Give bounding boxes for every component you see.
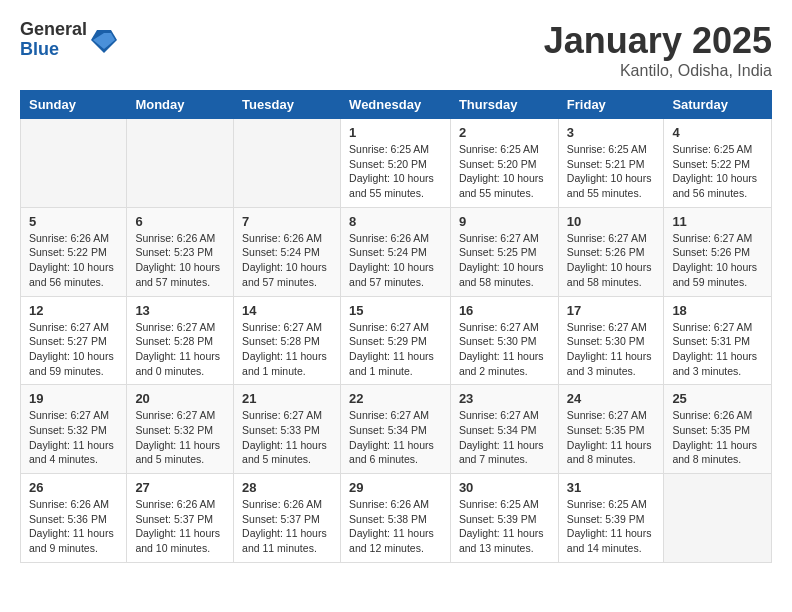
calendar-cell: 25Sunrise: 6:26 AMSunset: 5:35 PMDayligh… [664,385,772,474]
logo-text: General Blue [20,20,87,60]
calendar-week-3: 12Sunrise: 6:27 AMSunset: 5:27 PMDayligh… [21,296,772,385]
weekday-header-tuesday: Tuesday [234,91,341,119]
day-number: 23 [459,391,550,406]
day-info: Sunrise: 6:26 AMSunset: 5:24 PMDaylight:… [349,231,442,290]
day-info: Sunrise: 6:27 AMSunset: 5:26 PMDaylight:… [567,231,656,290]
day-info: Sunrise: 6:27 AMSunset: 5:28 PMDaylight:… [242,320,332,379]
day-number: 15 [349,303,442,318]
day-info: Sunrise: 6:26 AMSunset: 5:35 PMDaylight:… [672,408,763,467]
page-header: General Blue January 2025 Kantilo, Odish… [20,20,772,80]
day-info: Sunrise: 6:25 AMSunset: 5:20 PMDaylight:… [349,142,442,201]
calendar-cell: 21Sunrise: 6:27 AMSunset: 5:33 PMDayligh… [234,385,341,474]
day-number: 31 [567,480,656,495]
day-info: Sunrise: 6:27 AMSunset: 5:25 PMDaylight:… [459,231,550,290]
calendar-cell: 12Sunrise: 6:27 AMSunset: 5:27 PMDayligh… [21,296,127,385]
day-number: 7 [242,214,332,229]
calendar-cell: 15Sunrise: 6:27 AMSunset: 5:29 PMDayligh… [341,296,451,385]
calendar-week-2: 5Sunrise: 6:26 AMSunset: 5:22 PMDaylight… [21,207,772,296]
day-info: Sunrise: 6:27 AMSunset: 5:28 PMDaylight:… [135,320,225,379]
calendar-cell: 9Sunrise: 6:27 AMSunset: 5:25 PMDaylight… [450,207,558,296]
day-info: Sunrise: 6:27 AMSunset: 5:32 PMDaylight:… [135,408,225,467]
calendar-cell: 31Sunrise: 6:25 AMSunset: 5:39 PMDayligh… [558,474,664,563]
day-number: 27 [135,480,225,495]
day-number: 19 [29,391,118,406]
logo-icon [89,25,119,55]
day-number: 2 [459,125,550,140]
calendar-table: SundayMondayTuesdayWednesdayThursdayFrid… [20,90,772,563]
day-info: Sunrise: 6:27 AMSunset: 5:34 PMDaylight:… [349,408,442,467]
day-number: 20 [135,391,225,406]
day-info: Sunrise: 6:27 AMSunset: 5:33 PMDaylight:… [242,408,332,467]
calendar-cell: 5Sunrise: 6:26 AMSunset: 5:22 PMDaylight… [21,207,127,296]
calendar-cell: 30Sunrise: 6:25 AMSunset: 5:39 PMDayligh… [450,474,558,563]
calendar-cell: 29Sunrise: 6:26 AMSunset: 5:38 PMDayligh… [341,474,451,563]
calendar-cell: 26Sunrise: 6:26 AMSunset: 5:36 PMDayligh… [21,474,127,563]
day-number: 24 [567,391,656,406]
day-number: 4 [672,125,763,140]
day-info: Sunrise: 6:25 AMSunset: 5:21 PMDaylight:… [567,142,656,201]
day-info: Sunrise: 6:27 AMSunset: 5:30 PMDaylight:… [567,320,656,379]
day-info: Sunrise: 6:27 AMSunset: 5:31 PMDaylight:… [672,320,763,379]
day-info: Sunrise: 6:26 AMSunset: 5:37 PMDaylight:… [135,497,225,556]
day-number: 17 [567,303,656,318]
day-number: 25 [672,391,763,406]
day-number: 5 [29,214,118,229]
calendar-cell: 6Sunrise: 6:26 AMSunset: 5:23 PMDaylight… [127,207,234,296]
calendar-cell: 22Sunrise: 6:27 AMSunset: 5:34 PMDayligh… [341,385,451,474]
day-number: 9 [459,214,550,229]
day-info: Sunrise: 6:26 AMSunset: 5:24 PMDaylight:… [242,231,332,290]
day-info: Sunrise: 6:26 AMSunset: 5:37 PMDaylight:… [242,497,332,556]
day-number: 6 [135,214,225,229]
calendar-cell: 27Sunrise: 6:26 AMSunset: 5:37 PMDayligh… [127,474,234,563]
day-info: Sunrise: 6:27 AMSunset: 5:34 PMDaylight:… [459,408,550,467]
calendar-cell: 8Sunrise: 6:26 AMSunset: 5:24 PMDaylight… [341,207,451,296]
day-info: Sunrise: 6:25 AMSunset: 5:20 PMDaylight:… [459,142,550,201]
calendar-cell [127,119,234,208]
day-info: Sunrise: 6:26 AMSunset: 5:23 PMDaylight:… [135,231,225,290]
calendar-cell: 14Sunrise: 6:27 AMSunset: 5:28 PMDayligh… [234,296,341,385]
calendar-cell: 2Sunrise: 6:25 AMSunset: 5:20 PMDaylight… [450,119,558,208]
day-info: Sunrise: 6:25 AMSunset: 5:39 PMDaylight:… [459,497,550,556]
day-info: Sunrise: 6:27 AMSunset: 5:29 PMDaylight:… [349,320,442,379]
day-number: 10 [567,214,656,229]
day-number: 8 [349,214,442,229]
calendar-week-4: 19Sunrise: 6:27 AMSunset: 5:32 PMDayligh… [21,385,772,474]
day-info: Sunrise: 6:26 AMSunset: 5:38 PMDaylight:… [349,497,442,556]
calendar-cell: 20Sunrise: 6:27 AMSunset: 5:32 PMDayligh… [127,385,234,474]
day-number: 22 [349,391,442,406]
day-number: 21 [242,391,332,406]
day-info: Sunrise: 6:26 AMSunset: 5:22 PMDaylight:… [29,231,118,290]
day-number: 28 [242,480,332,495]
day-number: 26 [29,480,118,495]
calendar-cell: 4Sunrise: 6:25 AMSunset: 5:22 PMDaylight… [664,119,772,208]
day-info: Sunrise: 6:27 AMSunset: 5:26 PMDaylight:… [672,231,763,290]
calendar-cell: 11Sunrise: 6:27 AMSunset: 5:26 PMDayligh… [664,207,772,296]
day-info: Sunrise: 6:27 AMSunset: 5:30 PMDaylight:… [459,320,550,379]
day-number: 16 [459,303,550,318]
location-subtitle: Kantilo, Odisha, India [544,62,772,80]
weekday-header-sunday: Sunday [21,91,127,119]
weekday-header-monday: Monday [127,91,234,119]
weekday-header-row: SundayMondayTuesdayWednesdayThursdayFrid… [21,91,772,119]
calendar-cell: 28Sunrise: 6:26 AMSunset: 5:37 PMDayligh… [234,474,341,563]
calendar-cell: 19Sunrise: 6:27 AMSunset: 5:32 PMDayligh… [21,385,127,474]
calendar-cell [234,119,341,208]
day-info: Sunrise: 6:27 AMSunset: 5:27 PMDaylight:… [29,320,118,379]
calendar-cell: 7Sunrise: 6:26 AMSunset: 5:24 PMDaylight… [234,207,341,296]
logo: General Blue [20,20,119,60]
calendar-cell: 17Sunrise: 6:27 AMSunset: 5:30 PMDayligh… [558,296,664,385]
weekday-header-saturday: Saturday [664,91,772,119]
day-info: Sunrise: 6:25 AMSunset: 5:22 PMDaylight:… [672,142,763,201]
calendar-week-5: 26Sunrise: 6:26 AMSunset: 5:36 PMDayligh… [21,474,772,563]
weekday-header-wednesday: Wednesday [341,91,451,119]
day-number: 13 [135,303,225,318]
calendar-cell: 24Sunrise: 6:27 AMSunset: 5:35 PMDayligh… [558,385,664,474]
weekday-header-thursday: Thursday [450,91,558,119]
calendar-week-1: 1Sunrise: 6:25 AMSunset: 5:20 PMDaylight… [21,119,772,208]
calendar-cell: 13Sunrise: 6:27 AMSunset: 5:28 PMDayligh… [127,296,234,385]
day-number: 18 [672,303,763,318]
day-number: 1 [349,125,442,140]
weekday-header-friday: Friday [558,91,664,119]
day-number: 12 [29,303,118,318]
month-title: January 2025 [544,20,772,62]
